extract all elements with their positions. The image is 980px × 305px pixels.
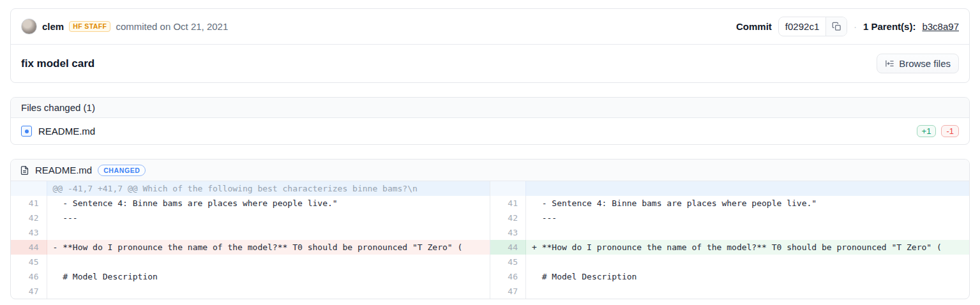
diff-row: 43 43 — [11, 225, 969, 240]
parent-commit-link[interactable]: b3c8a97 — [922, 21, 959, 32]
diff-line-left: - Sentence 4: Binne bams are places wher… — [47, 196, 490, 211]
commit-hash: f0292c1 — [779, 21, 825, 32]
diff-line-left: # Model Description — [47, 269, 490, 284]
diff-line-left: --- — [47, 211, 490, 225]
commit-label: Commit — [736, 21, 772, 32]
line-number-right: 43 — [490, 225, 526, 240]
copy-icon — [832, 22, 841, 31]
diff-row: 45 45 — [11, 255, 969, 269]
line-number-right: 47 — [490, 284, 526, 299]
diff-line-right — [526, 225, 970, 240]
diff-line-left — [47, 284, 490, 299]
changed-file-name[interactable]: README.md — [38, 126, 95, 137]
commit-header-card: clem HF STAFF commited on Oct 21, 2021 C… — [10, 8, 970, 83]
commit-title-row: fix model card Browse files — [11, 45, 969, 82]
commit-title: fix model card — [21, 57, 94, 70]
browse-files-label: Browse files — [899, 58, 951, 69]
line-number-left: 47 — [11, 284, 47, 299]
modified-file-icon — [21, 126, 32, 137]
line-number-left: 43 — [11, 225, 47, 240]
diff-file-name[interactable]: README.md — [35, 165, 92, 175]
browse-files-button[interactable]: Browse files — [877, 54, 959, 73]
line-number-right: 46 — [490, 269, 526, 284]
line-number-left: 42 — [11, 211, 47, 225]
hunk-gutter-right — [490, 181, 526, 196]
diff-row: 42 --- 42 --- — [11, 211, 969, 225]
hunk-gutter-left — [11, 181, 47, 196]
line-number-left: 45 — [11, 255, 47, 269]
changed-status-badge: CHANGED — [98, 165, 146, 176]
document-icon — [20, 165, 29, 175]
deletions-badge: -1 — [941, 125, 959, 137]
diff-hunk-row: @@ -41,7 +41,7 @@ Which of the following… — [11, 181, 969, 196]
line-number-left: 44 — [11, 240, 47, 255]
diff-file-header: README.md CHANGED — [11, 160, 969, 181]
parents-label: 1 Parent(s): — [863, 21, 916, 32]
line-number-right: 41 — [490, 196, 526, 211]
line-number-right: 42 — [490, 211, 526, 225]
line-number-left: 46 — [11, 269, 47, 284]
diff-table: @@ -41,7 +41,7 @@ Which of the following… — [11, 181, 969, 299]
diff-line-right — [526, 284, 970, 299]
diff-line-left-deletion: - **How do I pronounce the name of the m… — [47, 240, 490, 255]
diff-card: README.md CHANGED @@ -41,7 +41,7 @@ Whic… — [10, 159, 970, 299]
copy-button[interactable] — [826, 17, 847, 36]
files-changed-card: Files changed (1) README.md +1 -1 — [10, 97, 970, 145]
commit-meta-row: clem HF STAFF commited on Oct 21, 2021 C… — [11, 9, 969, 45]
diff-line-right: # Model Description — [526, 269, 970, 284]
files-changed-header: Files changed (1) — [11, 98, 969, 118]
author-name[interactable]: clem — [42, 21, 64, 32]
diff-row: 41 - Sentence 4: Binne bams are places w… — [11, 196, 969, 211]
avatar[interactable] — [21, 19, 37, 34]
diff-line-left — [47, 225, 490, 240]
additions-badge: +1 — [917, 125, 937, 137]
file-row[interactable]: README.md +1 -1 — [11, 118, 969, 144]
hunk-header-text: @@ -41,7 +41,7 @@ Which of the following… — [47, 181, 490, 196]
diff-line-left — [47, 255, 490, 269]
diff-line-right: --- — [526, 211, 970, 225]
hf-staff-badge: HF STAFF — [69, 21, 110, 33]
commit-hash-pill: f0292c1 — [778, 17, 847, 36]
hunk-right-filler — [526, 181, 970, 196]
diff-row: 46 # Model Description 46 # Model Descri… — [11, 269, 969, 284]
diff-line-right-addition: + **How do I pronounce the name of the m… — [526, 240, 970, 255]
browse-files-icon — [885, 59, 894, 68]
diff-row-changed: 44 - **How do I pronounce the name of th… — [11, 240, 969, 255]
diff-line-right: - Sentence 4: Binne bams are places wher… — [526, 196, 970, 211]
line-number-right: 44 — [490, 240, 526, 255]
diff-row: 47 47 — [11, 284, 969, 299]
line-number-right: 45 — [490, 255, 526, 269]
diff-line-right — [526, 255, 970, 269]
commit-date: commited on Oct 21, 2021 — [116, 21, 228, 32]
dot-separator: · — [854, 22, 857, 32]
line-number-left: 41 — [11, 196, 47, 211]
